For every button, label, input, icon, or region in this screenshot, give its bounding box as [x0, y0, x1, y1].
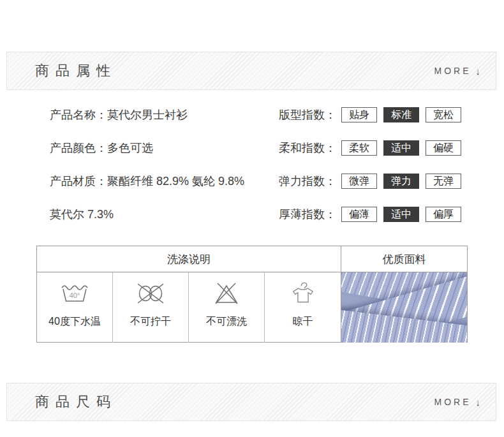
arrow-down-icon: ↓ — [476, 66, 481, 77]
thickness-index-label: 厚薄指数： — [279, 207, 341, 222]
care-label: 不可拧干 — [130, 315, 171, 329]
fit-index-label: 版型指数： — [279, 107, 341, 122]
softness-index-label: 柔和指数： — [279, 140, 341, 156]
care-label: 40度下水温 — [48, 315, 101, 329]
fabric-image — [341, 272, 467, 343]
care-cell-hang-dry: 晾干 — [265, 272, 341, 343]
softness-index-row: 柔和指数： 柔软 适中 偏硬 — [279, 140, 468, 156]
size-section-title: 商品尺码 — [35, 392, 117, 411]
attributes-section-title: 商品属性 — [35, 61, 117, 80]
size-more-button[interactable]: MORE ↓ — [434, 397, 481, 408]
care-label: 晾干 — [293, 315, 313, 329]
hang-dry-icon — [288, 282, 318, 305]
fit-option-loose: 宽松 — [426, 107, 461, 122]
thickness-option-thin: 偏薄 — [341, 207, 377, 222]
no-wring-icon — [136, 282, 165, 305]
elasticity-index-row: 弹力指数： 微弹 弹力 无弹 — [279, 173, 468, 189]
no-bleach-icon — [212, 282, 241, 305]
fit-option-tight: 贴身 — [341, 107, 377, 122]
product-material-label: 产品材质： — [50, 174, 107, 189]
product-name-row: 产品名称：莫代尔男士衬衫 — [50, 107, 188, 123]
fit-index-row: 版型指数： 贴身 标准 宽松 — [279, 107, 468, 123]
care-cell-no-wring: 不可拧干 — [113, 272, 189, 343]
care-instructions-table: 洗涤说明 优质面料 40° 40度下水温 不可拧干 — [36, 246, 468, 343]
wash-instructions-header: 洗涤说明 — [37, 246, 341, 272]
product-material-row-2: 莫代尔 7.3% — [50, 206, 114, 223]
care-cell-wash-temp: 40° 40度下水温 — [37, 272, 113, 343]
arrow-down-icon: ↓ — [476, 397, 481, 408]
thickness-option-thick: 偏厚 — [426, 207, 461, 222]
product-detail-page: 商品属性 MORE ↓ 产品名称：莫代尔男士衬衫 产品颜色：多色可选 产品材质：… — [0, 0, 504, 437]
softness-option-hard: 偏硬 — [426, 140, 461, 156]
wash-temp-40-icon: 40° — [60, 282, 89, 305]
softness-option-medium: 适中 — [383, 140, 419, 156]
product-color-label: 产品颜色： — [50, 140, 107, 156]
product-color-row: 产品颜色：多色可选 — [50, 140, 153, 156]
care-table-body: 40° 40度下水温 不可拧干 不可漂洗 — [37, 272, 467, 343]
more-label: MORE — [434, 397, 471, 407]
fabric-quality-header: 优质面料 — [341, 246, 467, 272]
svg-text:40°: 40° — [70, 292, 80, 299]
attributes-more-button[interactable]: MORE ↓ — [434, 66, 481, 77]
attributes-section-header: 商品属性 MORE ↓ — [6, 52, 496, 90]
elasticity-index-label: 弹力指数： — [279, 174, 341, 189]
product-name-label: 产品名称： — [50, 107, 107, 122]
fit-option-standard: 标准 — [383, 107, 419, 122]
product-name-value: 莫代尔男士衬衫 — [107, 107, 188, 122]
thickness-option-medium: 适中 — [383, 207, 419, 222]
elasticity-option-slight: 微弹 — [341, 174, 377, 189]
elasticity-option-none: 无弹 — [426, 174, 461, 189]
care-cell-no-bleach: 不可漂洗 — [189, 272, 265, 343]
thickness-index-row: 厚薄指数： 偏薄 适中 偏厚 — [279, 206, 468, 223]
product-material-row: 产品材质：聚酯纤维 82.9% 氨纶 9.8% — [50, 173, 244, 189]
product-color-value: 多色可选 — [107, 140, 153, 156]
softness-option-soft: 柔软 — [341, 140, 377, 156]
product-material-value-2: 莫代尔 7.3% — [50, 207, 114, 222]
product-material-value: 聚酯纤维 82.9% 氨纶 9.8% — [107, 174, 244, 189]
elasticity-option-elastic: 弹力 — [383, 174, 419, 189]
more-label: MORE — [434, 66, 471, 76]
size-section-header: 商品尺码 MORE ↓ — [6, 383, 496, 421]
care-label: 不可漂洗 — [206, 315, 247, 329]
care-table-header: 洗涤说明 优质面料 — [37, 246, 467, 272]
